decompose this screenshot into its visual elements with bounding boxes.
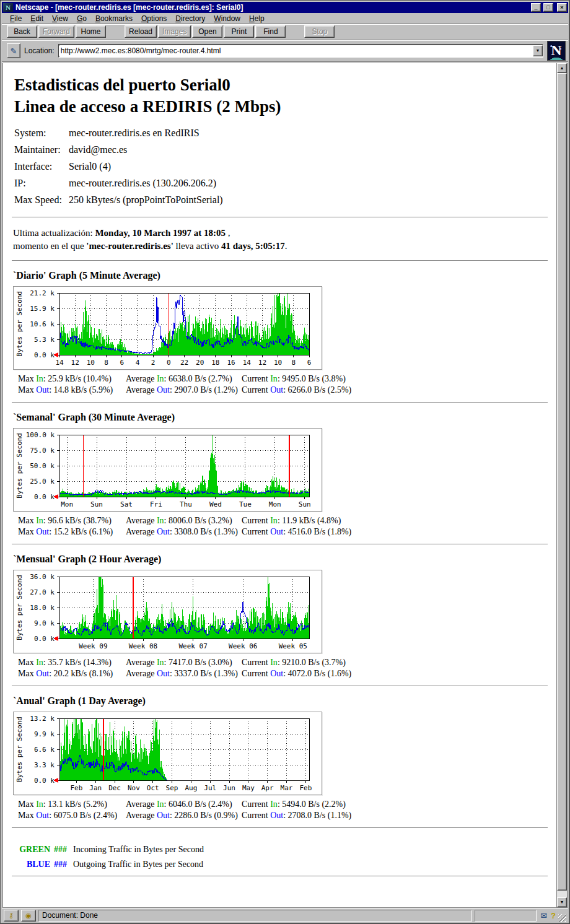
svg-text:5.3 k: 5.3 k — [34, 336, 55, 344]
svg-text:May: May — [242, 784, 255, 792]
stat-current-in: Current In: 9210.0 B/s (3.7%) — [238, 657, 351, 668]
menu-file[interactable]: File — [6, 14, 26, 24]
svg-text:8: 8 — [104, 359, 108, 367]
svg-text:Sat: Sat — [120, 500, 133, 508]
svg-text:27.0 k: 27.0 k — [30, 588, 55, 596]
info-row: Maintainer:david@mec.es — [14, 144, 548, 155]
find-button[interactable]: Find — [255, 25, 286, 38]
stat-max-in: Max In: 25.9 kB/s (10.4%) — [14, 373, 122, 385]
home-button[interactable]: Home — [76, 25, 106, 38]
stat-average-out: Average Out: 2286.0 B/s (0.9%) — [122, 810, 238, 821]
svg-text:75.0 k: 75.0 k — [30, 447, 55, 455]
back-button[interactable]: Back — [7, 25, 37, 38]
stat-max-in: Max In: 13.1 kB/s (5.2%) — [14, 799, 122, 810]
title-bar: N Netscape - [mec-router.rediris.es [mec… — [2, 2, 568, 13]
location-label: Location: — [24, 46, 55, 55]
svg-text:50.0 k: 50.0 k — [30, 462, 55, 470]
netscape-app-icon: N — [3, 3, 13, 12]
scrollbar-track[interactable] — [557, 891, 567, 897]
resize-grip[interactable] — [558, 914, 566, 922]
close-button[interactable]: × — [557, 3, 567, 12]
daily-stats-table: Max In: 25.9 kB/s (10.4%)Average In: 663… — [14, 373, 351, 396]
svg-text:Jun: Jun — [223, 784, 235, 792]
svg-text:Week 09: Week 09 — [79, 642, 107, 650]
info-value: david@mec.es — [69, 144, 127, 155]
svg-text:6: 6 — [120, 359, 124, 367]
yearly-graph-image: Bytes per Second13.2 k9.9 k6.6 k3.3 k0.0… — [13, 712, 322, 795]
svg-text:Bytes per Second: Bytes per Second — [15, 433, 24, 499]
menu-window[interactable]: Window — [209, 14, 245, 24]
menu-view[interactable]: View — [48, 14, 72, 24]
info-row: System:mec-router.rediris.es en RedIRIS — [14, 128, 548, 139]
svg-text:16: 16 — [227, 359, 235, 367]
monthly-stats-table: Max In: 35.7 kB/s (14.3%)Average In: 741… — [14, 657, 351, 679]
svg-text:0.0 k: 0.0 k — [34, 777, 55, 785]
daily-graph-heading: `Diario' Graph (5 Minute Average) — [13, 270, 548, 281]
netscape-seal-icon[interactable]: ◉ — [21, 910, 36, 922]
last-update-text: Ultima actualización: Monday, 10 March 1… — [13, 227, 548, 253]
svg-text:4: 4 — [136, 359, 140, 367]
open-button[interactable]: Open — [192, 25, 222, 38]
svg-text:Bytes per Second: Bytes per Second — [15, 717, 24, 782]
menu-directory[interactable]: Directory — [171, 14, 209, 24]
reload-button[interactable]: Reload — [125, 25, 157, 38]
svg-text:14: 14 — [243, 359, 252, 367]
status-message: Document: Done — [38, 910, 472, 922]
svg-text:10.6 k: 10.6 k — [30, 320, 55, 328]
stat-current-out: Current Out: 6266.0 B/s (2.5%) — [238, 385, 351, 396]
url-box: ▼ — [58, 44, 543, 58]
svg-text:9.9 k: 9.9 k — [34, 730, 55, 738]
minimize-button[interactable]: _ — [531, 3, 541, 12]
url-dropdown-icon[interactable]: ▼ — [533, 45, 543, 56]
interface-info-list: System:mec-router.rediris.es en RedIRISM… — [14, 128, 548, 206]
svg-text:6.6 k: 6.6 k — [34, 746, 55, 754]
svg-text:36.0 k: 36.0 k — [30, 573, 55, 581]
svg-text:18.0 k: 18.0 k — [30, 604, 55, 612]
svg-text:0.0 k: 0.0 k — [34, 351, 55, 359]
svg-text:Sun: Sun — [299, 500, 311, 508]
svg-text:Wed: Wed — [209, 500, 222, 508]
yearly-graph-heading: `Anual' Graph (1 Day Average) — [13, 695, 548, 707]
url-input[interactable] — [59, 46, 533, 56]
divider — [12, 402, 548, 404]
menu-options[interactable]: Options — [137, 14, 171, 24]
stat-max-out: Max Out: 6075.0 B/s (2.4%) — [14, 810, 122, 821]
daily-graph-image: Bytes per Second21.2 k15.9 k10.6 k5.3 k0… — [13, 286, 322, 370]
svg-text:Oct: Oct — [147, 784, 159, 792]
stat-average-out: Average Out: 3308.0 B/s (1.3%) — [122, 526, 238, 538]
graph-sections: `Diario' Graph (5 Minute Average)Bytes p… — [12, 270, 548, 830]
maximize-button[interactable]: □ — [543, 3, 553, 12]
toolbar-gap — [107, 25, 123, 40]
menu-go[interactable]: Go — [72, 14, 91, 24]
divider — [12, 876, 548, 878]
monthly-graph-heading: `Mensual' Graph (2 Hour Average) — [13, 554, 548, 565]
stat-average-out: Average Out: 2907.0 B/s (1.2%) — [122, 385, 238, 396]
stat-average-out: Average Out: 3337.0 B/s (1.3%) — [122, 668, 238, 679]
stat-max-out: Max Out: 15.2 kB/s (6.1%) — [14, 526, 122, 538]
netscape-logo[interactable]: N — [547, 41, 566, 61]
svg-text:12: 12 — [71, 359, 79, 367]
content-area: Estadisticas del puerto Serial0 Linea de… — [2, 63, 568, 908]
link-pen-icon[interactable]: ✎ — [7, 43, 20, 58]
stat-current-out: Current Out: 4072.0 B/s (1.6%) — [238, 668, 351, 679]
info-value: Serial0 (4) — [69, 161, 111, 172]
mail-envelope-icon[interactable]: ✉ — [539, 911, 548, 920]
stat-max-out: Max Out: 14.8 kB/s (5.9%) — [14, 385, 122, 396]
scroll-down-icon[interactable]: ▼ — [557, 897, 567, 907]
svg-text:Feb: Feb — [70, 784, 82, 792]
info-row: Interface:Serial0 (4) — [14, 161, 548, 172]
stop-button: Stop — [304, 25, 335, 38]
divider — [12, 827, 548, 830]
divider — [12, 544, 548, 546]
scrollbar-thumb[interactable] — [557, 73, 567, 891]
svg-text:9.0 k: 9.0 k — [34, 619, 55, 627]
security-key-icon[interactable]: ⚷ — [4, 910, 19, 922]
vertical-scrollbar[interactable]: ▲ ▼ — [557, 63, 567, 907]
print-button[interactable]: Print — [224, 25, 254, 38]
page-title: Estadisticas del puerto Serial0 Linea de… — [14, 74, 548, 118]
menu-bookmarks[interactable]: Bookmarks — [91, 14, 137, 24]
scroll-up-icon[interactable]: ▲ — [557, 63, 567, 73]
svg-text:10: 10 — [87, 359, 95, 367]
menu-edit[interactable]: Edit — [26, 14, 48, 24]
menu-help[interactable]: Help — [245, 14, 269, 24]
